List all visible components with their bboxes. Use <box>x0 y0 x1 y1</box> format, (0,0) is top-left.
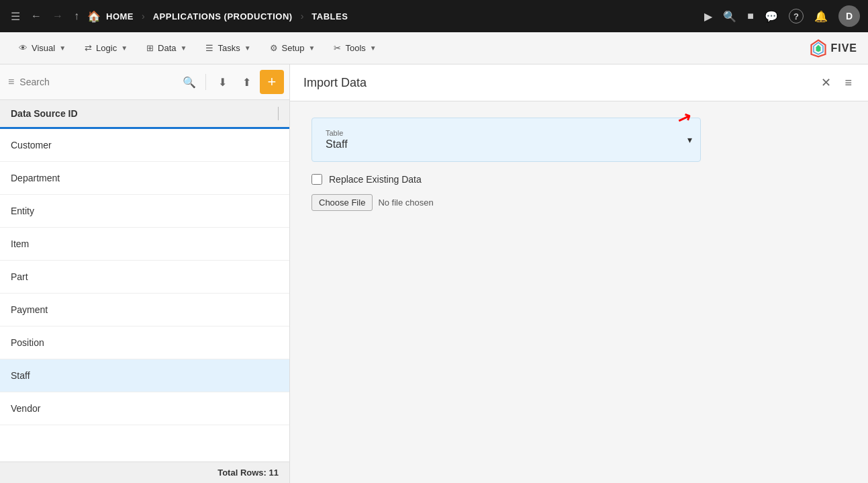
header-divider <box>278 107 279 120</box>
visual-label: Visual <box>32 43 55 53</box>
bell-icon[interactable]: 🔔 <box>814 10 828 23</box>
list-footer: Total Rows: 11 <box>0 462 289 483</box>
list-item-staff[interactable]: Staff <box>0 359 289 392</box>
tables-label: TABLES <box>311 11 348 21</box>
search-input[interactable] <box>19 77 176 87</box>
breadcrumb-sep2: › <box>301 11 304 21</box>
choose-file-button[interactable]: Choose File <box>311 194 373 211</box>
logic-icon: ⇄ <box>85 43 92 53</box>
tools-arrow: ▼ <box>370 44 377 52</box>
table-field-label: Table <box>326 129 687 137</box>
header-label: Data Source ID <box>11 108 78 119</box>
filter-icon: ≡ <box>5 73 17 91</box>
list-item[interactable]: Entity <box>0 195 289 228</box>
list-item[interactable]: Payment <box>0 294 289 326</box>
right-header-actions: ✕ ≡ <box>818 73 855 93</box>
list-item[interactable]: Department <box>0 162 289 195</box>
tools-nav-btn[interactable]: ✂ Tools ▼ <box>326 39 384 57</box>
back-icon[interactable]: ← <box>28 7 44 25</box>
table-dropdown-btn[interactable]: ▾ <box>687 134 692 145</box>
main-area: ≡ 🔍 ⬇ ⬆ + Data Source ID Customer Depart… <box>0 64 868 483</box>
left-panel: ≡ 🔍 ⬇ ⬆ + Data Source ID Customer Depart… <box>0 64 290 483</box>
nav-action-icons: ▶ 🔍 ■ 💬 ? 🔔 D <box>704 5 860 27</box>
file-row: Choose File No file chosen <box>311 194 847 211</box>
search-nav-icon[interactable]: 🔍 <box>723 10 736 23</box>
list-item[interactable]: Vendor <box>0 392 289 425</box>
five-logo-svg <box>809 39 828 58</box>
breadcrumb-sep1: › <box>142 11 145 21</box>
tasks-nav-btn[interactable]: ☰ Tasks ▼ <box>197 39 258 57</box>
import-form-card: Table Staff ▾ ↗ <box>311 118 701 162</box>
menu-icon[interactable]: ☰ <box>8 7 23 26</box>
five-logo-text: FIVE <box>830 42 857 54</box>
list-item[interactable]: Position <box>0 326 289 359</box>
tasks-arrow: ▼ <box>244 44 251 52</box>
table-field-value: Staff <box>326 138 687 150</box>
right-panel: Import Data ✕ ≡ Table Staff ▾ ↗ Replace … <box>290 64 868 483</box>
secondary-nav-bar: 👁 Visual ▼ ⇄ Logic ▼ ⊞ Data ▼ ☰ Tasks ▼ … <box>0 32 868 64</box>
visual-icon: 👁 <box>19 43 28 53</box>
home-icon: 🏠 <box>87 10 101 23</box>
download-btn[interactable]: ⬇ <box>211 71 233 93</box>
setup-label: Setup <box>282 43 305 53</box>
list-items: Customer Department Entity Item Part Pay… <box>0 129 289 462</box>
logic-nav-btn[interactable]: ⇄ Logic ▼ <box>77 39 136 57</box>
red-arrow-annotation: ↗ <box>675 107 693 129</box>
data-arrow: ▼ <box>181 44 187 52</box>
data-label: Data <box>158 43 176 53</box>
setup-arrow: ▼ <box>309 44 316 52</box>
share-btn[interactable]: ⬆ <box>236 71 257 93</box>
replace-data-label: Replace Existing Data <box>329 174 422 185</box>
replace-data-row: Replace Existing Data <box>311 174 847 185</box>
setup-nav-btn[interactable]: ⚙ Setup ▼ <box>262 39 324 57</box>
data-icon: ⊞ <box>146 43 154 53</box>
up-icon[interactable]: ↑ <box>71 7 82 25</box>
data-nav-btn[interactable]: ⊞ Data ▼ <box>138 39 195 57</box>
menu-button[interactable]: ≡ <box>842 73 855 93</box>
footer-count: 11 <box>269 468 279 478</box>
search-icon[interactable]: 🔍 <box>179 73 200 91</box>
forward-icon[interactable]: → <box>50 7 66 25</box>
visual-arrow: ▼ <box>59 44 66 52</box>
five-logo: FIVE <box>809 39 857 58</box>
top-nav-bar: ☰ ← → ↑ 🏠 HOME › APPLICATIONS (PRODUCTIO… <box>0 0 868 32</box>
replace-data-checkbox[interactable] <box>311 174 322 185</box>
play-icon[interactable]: ▶ <box>704 10 712 23</box>
tools-icon: ✂ <box>334 43 341 53</box>
tools-label: Tools <box>345 43 365 53</box>
right-content: Table Staff ▾ ↗ Replace Existing Data Ch… <box>290 101 868 483</box>
search-bar: ≡ 🔍 ⬇ ⬆ + <box>0 64 289 100</box>
list-item[interactable]: Customer <box>0 129 289 162</box>
app-label: APPLICATIONS (PRODUCTION) <box>153 11 293 21</box>
right-title: Import Data <box>303 76 813 90</box>
home-label: HOME <box>106 11 134 21</box>
search-divider <box>205 74 206 90</box>
visual-nav-btn[interactable]: 👁 Visual ▼ <box>11 39 74 57</box>
user-avatar[interactable]: D <box>838 5 860 27</box>
stop-icon[interactable]: ■ <box>747 10 754 22</box>
right-header: Import Data ✕ ≡ <box>290 64 868 101</box>
chat-icon[interactable]: 💬 <box>765 10 778 23</box>
logic-arrow: ▼ <box>121 44 128 52</box>
file-name-text: No file chosen <box>378 197 433 208</box>
tasks-icon: ☰ <box>205 43 213 53</box>
list-item[interactable]: Item <box>0 228 289 261</box>
tasks-label: Tasks <box>218 43 240 53</box>
help-icon[interactable]: ? <box>789 9 804 24</box>
logic-label: Logic <box>96 43 117 53</box>
setup-icon: ⚙ <box>270 43 278 53</box>
footer-prefix: Total Rows: <box>218 468 267 478</box>
list-item[interactable]: Part <box>0 261 289 294</box>
svg-marker-2 <box>816 44 821 52</box>
add-button[interactable]: + <box>260 70 284 94</box>
close-button[interactable]: ✕ <box>818 73 834 93</box>
list-header: Data Source ID <box>0 100 289 129</box>
